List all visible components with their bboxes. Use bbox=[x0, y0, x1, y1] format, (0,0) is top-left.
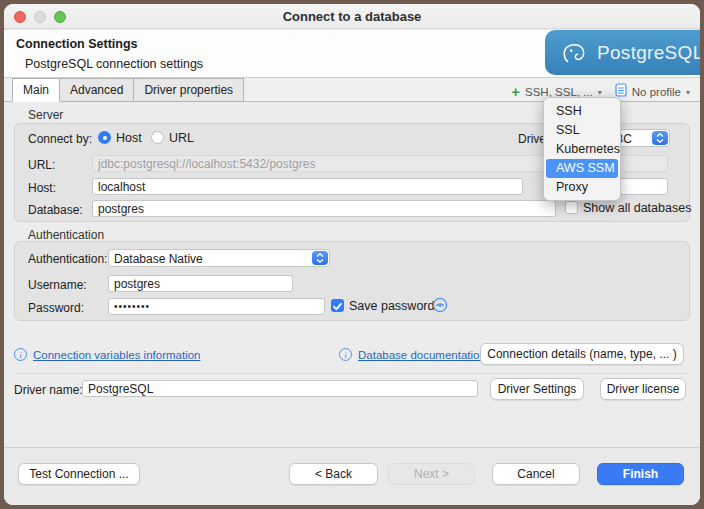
page-title: Connection Settings bbox=[16, 37, 138, 51]
url-radio-label[interactable]: URL bbox=[169, 131, 194, 145]
window-title: Connect to a database bbox=[4, 9, 700, 24]
test-connection-button[interactable]: Test Connection ... bbox=[18, 463, 140, 485]
finish-button[interactable]: Finish bbox=[597, 463, 684, 485]
menu-item-proxy[interactable]: Proxy bbox=[546, 178, 618, 197]
host-field[interactable]: localhost bbox=[92, 178, 523, 195]
menu-item-ssh[interactable]: SSH bbox=[546, 102, 618, 121]
server-section-label: Server bbox=[28, 108, 63, 122]
divider bbox=[14, 373, 690, 374]
show-password-eye-icon[interactable] bbox=[432, 297, 448, 317]
driver-name-field[interactable]: PostgreSQL bbox=[82, 380, 478, 397]
postgresql-badge-label: PostgreSQL bbox=[597, 42, 700, 64]
authentication-section-label: Authentication bbox=[28, 228, 104, 242]
driver-settings-button[interactable]: Driver Settings bbox=[490, 378, 584, 400]
network-handlers-menu: SSH SSL Kubernetes AWS SSM Proxy bbox=[543, 97, 621, 201]
username-label: Username: bbox=[28, 278, 87, 292]
save-password-checkbox[interactable] bbox=[331, 299, 344, 312]
screenshot-frame: Connect to a database Connection Setting… bbox=[0, 0, 704, 509]
info-icon: i bbox=[339, 348, 352, 361]
show-all-databases-checkbox[interactable] bbox=[565, 201, 578, 214]
menu-item-aws-ssm[interactable]: AWS SSM bbox=[546, 159, 618, 178]
url-radio[interactable] bbox=[151, 131, 164, 144]
connection-details-button[interactable]: Connection details (name, type, ... ) bbox=[480, 343, 684, 365]
connection-variables-link[interactable]: Connection variables information bbox=[33, 349, 200, 361]
stepper-icon bbox=[312, 251, 328, 265]
profile-dropdown[interactable]: No profile bbox=[632, 86, 681, 98]
stepper-icon bbox=[652, 131, 668, 145]
postgresql-logo-badge: PostgreSQL bbox=[545, 30, 700, 75]
authentication-combo[interactable]: Database Native bbox=[108, 249, 330, 267]
info-icon: i bbox=[14, 348, 27, 361]
connect-by-label: Connect by: bbox=[28, 132, 92, 146]
authentication-label: Authentication: bbox=[28, 252, 107, 266]
menu-item-ssl[interactable]: SSL bbox=[546, 121, 618, 140]
driver-name-label: Driver name: bbox=[14, 383, 83, 397]
driver-license-button[interactable]: Driver license bbox=[600, 378, 686, 400]
database-documentation-link[interactable]: Database documentation bbox=[358, 349, 486, 361]
menu-item-kubernetes[interactable]: Kubernetes bbox=[546, 140, 618, 159]
database-label: Database: bbox=[28, 203, 83, 217]
host-radio-label[interactable]: Host bbox=[116, 131, 142, 145]
title-bar: Connect to a database bbox=[4, 4, 700, 29]
database-field[interactable]: postgres bbox=[92, 200, 556, 217]
chevron-down-icon: ▾ bbox=[598, 88, 602, 97]
plus-icon: + bbox=[511, 86, 520, 98]
host-label: Host: bbox=[28, 181, 56, 195]
postgresql-elephant-icon bbox=[559, 38, 589, 68]
host-radio[interactable] bbox=[98, 131, 111, 144]
dialog-header: Connection Settings PostgreSQL connectio… bbox=[4, 30, 700, 78]
url-label: URL: bbox=[28, 158, 55, 172]
page-subtitle: PostgreSQL connection settings bbox=[25, 57, 203, 71]
authentication-value: Database Native bbox=[114, 252, 203, 266]
password-field[interactable]: •••••••• bbox=[108, 298, 325, 315]
back-button[interactable]: < Back bbox=[289, 463, 378, 485]
chevron-down-icon: ▾ bbox=[686, 88, 690, 97]
show-all-databases-label[interactable]: Show all databases bbox=[583, 201, 691, 215]
tab-main[interactable]: Main bbox=[12, 78, 60, 102]
save-password-label[interactable]: Save password bbox=[349, 299, 434, 313]
button-bar: Test Connection ... < Back Next > Cancel… bbox=[4, 447, 700, 505]
cancel-button[interactable]: Cancel bbox=[492, 463, 580, 485]
username-field[interactable]: postgres bbox=[108, 275, 293, 292]
tab-driver-properties[interactable]: Driver properties bbox=[134, 78, 244, 102]
password-label: Password: bbox=[28, 301, 84, 315]
tab-advanced[interactable]: Advanced bbox=[60, 78, 134, 102]
next-button: Next > bbox=[388, 463, 475, 485]
dialog-window: Connect to a database Connection Setting… bbox=[4, 4, 700, 505]
